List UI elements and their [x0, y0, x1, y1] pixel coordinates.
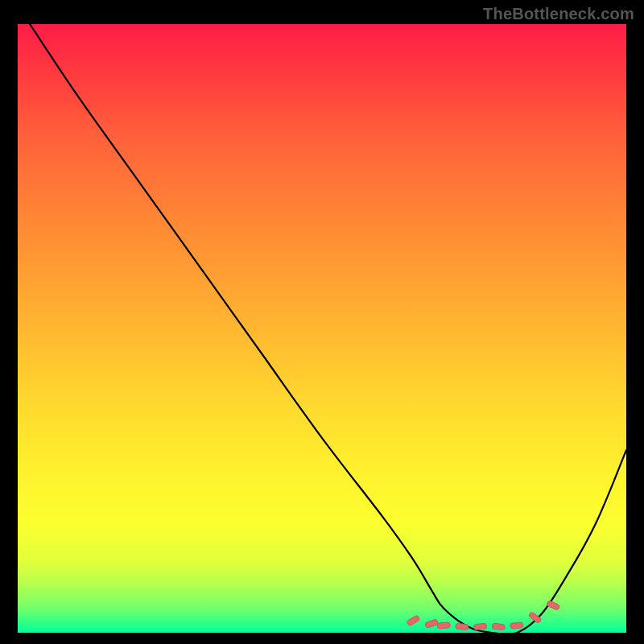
watermark-text: TheBottleneck.com [483, 5, 634, 23]
plot-area [18, 24, 626, 633]
heat-gradient [18, 24, 626, 633]
chart-stage: TheBottleneck.com [0, 0, 644, 644]
